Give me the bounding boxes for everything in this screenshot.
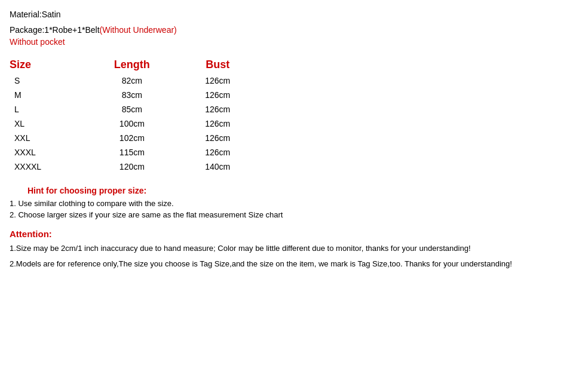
table-row: S82cm126cm xyxy=(10,73,261,88)
cell-length: 85cm xyxy=(89,102,174,116)
table-header-row: Size Length Bust xyxy=(10,56,261,73)
attention-section: Attention: 1.Size may be 2cm/1 inch inac… xyxy=(10,229,578,269)
table-row: XXXL115cm126cm xyxy=(10,145,261,160)
cell-length: 120cm xyxy=(89,160,174,174)
cell-length: 115cm xyxy=(89,145,174,160)
cell-length: 100cm xyxy=(89,116,174,131)
cell-length: 82cm xyxy=(89,73,174,88)
cell-bust: 126cm xyxy=(175,73,261,88)
cell-size: M xyxy=(10,88,89,102)
col-header-bust: Bust xyxy=(175,56,261,73)
table-row: XXXXL120cm140cm xyxy=(10,160,261,174)
cell-length: 102cm xyxy=(89,131,174,145)
cell-size: XL xyxy=(10,116,89,131)
cell-bust: 126cm xyxy=(175,88,261,102)
cell-size: L xyxy=(10,102,89,116)
cell-length: 83cm xyxy=(89,88,174,102)
cell-bust: 126cm xyxy=(175,131,261,145)
attention-item: 2.Models are for reference only,The size… xyxy=(10,258,578,270)
table-row: XXL102cm126cm xyxy=(10,131,261,145)
hint-section: Hint for choosing proper size: 1. Use si… xyxy=(10,186,578,219)
cell-bust: 126cm xyxy=(175,116,261,131)
attention-item: 1.Size may be 2cm/1 inch inaccuracy due … xyxy=(10,243,578,254)
attention-title: Attention: xyxy=(10,229,578,239)
hint-item: 1. Use similar clothing to compare with … xyxy=(10,199,578,208)
table-row: L85cm126cm xyxy=(10,102,261,116)
package-red-text: (Without Underwear) xyxy=(100,25,177,35)
table-row: XL100cm126cm xyxy=(10,116,261,131)
material-line: Material:Satin xyxy=(10,10,578,19)
package-plain-text: Package:1*Robe+1*Belt xyxy=(10,25,100,35)
col-header-size: Size xyxy=(10,56,89,73)
cell-bust: 140cm xyxy=(175,160,261,174)
table-row: M83cm126cm xyxy=(10,88,261,102)
package-line: Package:1*Robe+1*Belt(Without Underwear) xyxy=(10,25,578,35)
cell-size: XXL xyxy=(10,131,89,145)
without-pocket-text: Without pocket xyxy=(10,37,578,47)
hint-title: Hint for choosing proper size: xyxy=(10,186,578,195)
size-table: Size Length Bust S82cm126cmM83cm126cmL85… xyxy=(10,56,261,174)
col-header-length: Length xyxy=(89,56,174,73)
cell-size: XXXL xyxy=(10,145,89,160)
cell-bust: 126cm xyxy=(175,145,261,160)
cell-size: XXXXL xyxy=(10,160,89,174)
cell-bust: 126cm xyxy=(175,102,261,116)
hint-item: 2. Choose larger sizes if your size are … xyxy=(10,210,578,219)
cell-size: S xyxy=(10,73,89,88)
